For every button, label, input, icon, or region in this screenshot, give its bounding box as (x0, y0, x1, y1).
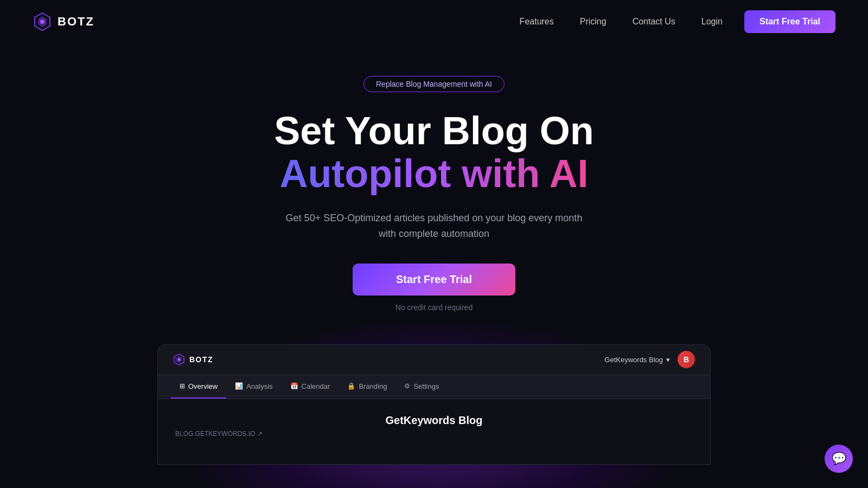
app-blog-title: GetKeywords Blog (175, 414, 693, 427)
app-tab-overview-label: Overview (188, 382, 218, 390)
overview-icon: ⊞ (180, 382, 185, 390)
app-blog-dropdown-label: GetKeywords Blog (604, 356, 663, 364)
hero-section: Replace Blog Management with AI Set Your… (0, 43, 868, 486)
logo-icon (33, 12, 52, 31)
nav-contact[interactable]: Contact Us (622, 12, 686, 31)
nav-start-free-trial-button[interactable]: Start Free Trial (744, 10, 835, 33)
app-tab-settings[interactable]: ⚙ Settings (395, 375, 448, 399)
app-topbar-right: GetKeywords Blog ▾ B (604, 351, 695, 368)
svg-point-5 (178, 358, 181, 361)
hero-title-line1: Set Your Blog On (274, 109, 593, 152)
branding-icon: 🔒 (347, 382, 355, 390)
app-avatar: B (678, 351, 695, 368)
app-tab-branding[interactable]: 🔒 Branding (339, 375, 395, 399)
logo-text: BOTZ (58, 15, 94, 29)
no-credit-card-text: No credit card required (395, 303, 473, 312)
app-tab-calendar-label: Calendar (302, 382, 330, 390)
nav-login[interactable]: Login (691, 12, 733, 31)
app-logo: BOTZ (173, 354, 213, 365)
app-tabs: ⊞ Overview 📊 Analysis 📅 Calendar 🔒 Brand… (158, 375, 710, 399)
app-content: GetKeywords Blog BLOG.GETKEYWORDS.IO ↗ (158, 399, 710, 464)
app-logo-text: BOTZ (189, 355, 213, 364)
app-tab-settings-label: Settings (413, 382, 439, 390)
app-topbar: BOTZ GetKeywords Blog ▾ B (158, 345, 710, 375)
app-tab-calendar[interactable]: 📅 Calendar (282, 375, 339, 399)
hero-badge: Replace Blog Management with AI (363, 76, 505, 92)
analysis-icon: 📊 (235, 382, 243, 390)
settings-icon: ⚙ (404, 382, 410, 390)
calendar-icon: 📅 (290, 382, 298, 390)
hero-title: Set Your Blog On Autopilot with AI (274, 110, 593, 195)
app-tab-branding-label: Branding (359, 382, 387, 390)
logo[interactable]: BOTZ (33, 12, 94, 31)
hero-subtitle: Get 50+ SEO-Optimized articles published… (277, 210, 591, 242)
chat-button[interactable]: 💬 (825, 445, 853, 473)
hero-title-line2: Autopilot with AI (279, 152, 588, 195)
svg-point-2 (40, 20, 44, 24)
nav-links: Features Pricing Contact Us Login Start … (509, 10, 835, 33)
app-blog-url-text: BLOG.GETKEYWORDS.IO ↗ (175, 430, 263, 438)
navbar: BOTZ Features Pricing Contact Us Login S… (0, 0, 868, 43)
chevron-down-icon: ▾ (666, 356, 670, 364)
app-tab-analysis-label: Analysis (246, 382, 272, 390)
app-preview: BOTZ GetKeywords Blog ▾ B ⊞ Overview 📊 A… (157, 344, 711, 465)
app-tab-overview[interactable]: ⊞ Overview (171, 375, 226, 399)
app-logo-icon (173, 354, 185, 365)
chat-icon: 💬 (832, 452, 846, 466)
hero-start-free-trial-button[interactable]: Start Free Trial (353, 264, 515, 296)
app-blog-dropdown[interactable]: GetKeywords Blog ▾ (604, 356, 670, 364)
app-tab-analysis[interactable]: 📊 Analysis (226, 375, 281, 399)
nav-pricing[interactable]: Pricing (569, 12, 617, 31)
nav-features[interactable]: Features (509, 12, 565, 31)
app-blog-url: BLOG.GETKEYWORDS.IO ↗ (175, 430, 693, 438)
